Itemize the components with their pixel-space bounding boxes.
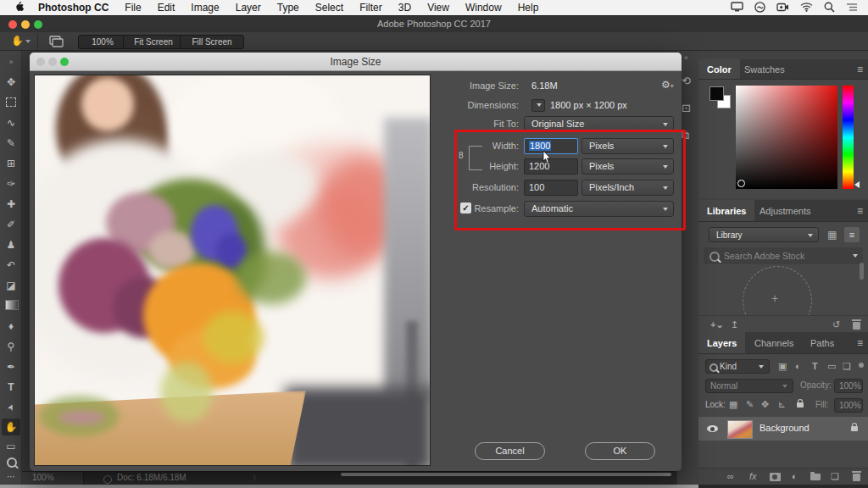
cancel-button[interactable]: Cancel	[475, 442, 545, 460]
resolution-input[interactable]: 100	[524, 180, 578, 196]
new-layer-icon[interactable]: ❏	[831, 470, 839, 482]
creative-cloud-icon[interactable]	[754, 2, 765, 15]
menu-item-edit[interactable]: Edit	[158, 2, 175, 14]
menu-item-photoshop-cc[interactable]: Photoshop CC	[38, 2, 108, 14]
filter-shape-layers-icon[interactable]: ▭	[827, 360, 836, 372]
collapse-tools-icon[interactable]: »	[0, 54, 22, 69]
brush-tool-icon[interactable]: ✐	[0, 217, 22, 232]
menu-item-type[interactable]: Type	[277, 2, 299, 14]
dimensions-chevron-button[interactable]	[531, 99, 545, 112]
filter-adjustment-layers-icon[interactable]: ◐	[795, 360, 801, 372]
delete-library-item-icon[interactable]	[853, 322, 860, 330]
type-tool-icon[interactable]: T	[0, 380, 22, 395]
new-group-icon[interactable]	[810, 474, 821, 480]
history-panel-icon[interactable]: ⟲	[682, 75, 691, 87]
lock-paint-icon[interactable]: ✎	[746, 398, 754, 410]
layer-thumbnail[interactable]	[727, 420, 753, 439]
horizontal-scrollbar[interactable]	[341, 473, 671, 476]
notification-center-icon[interactable]	[846, 3, 858, 14]
tab-adjustments[interactable]: Adjustments	[751, 200, 820, 221]
cloud-sync-icon[interactable]: ↺	[832, 319, 840, 330]
camera-icon[interactable]	[776, 3, 789, 14]
library-dropdown[interactable]: Library	[709, 227, 819, 242]
fill-value[interactable]: 100%	[834, 398, 863, 413]
eyedropper-tool-icon[interactable]: ✑	[0, 176, 22, 191]
tab-paths[interactable]: Paths	[802, 332, 843, 353]
color-field[interactable]	[736, 86, 837, 189]
search-scope-chevron-icon[interactable]	[853, 254, 858, 258]
opacity-value[interactable]: 100%	[834, 379, 863, 393]
layer-name[interactable]: Background	[760, 423, 810, 433]
upload-library-icon[interactable]: ↥	[731, 319, 738, 330]
menu-item-3d[interactable]: 3D	[398, 2, 411, 14]
lock-transparency-icon[interactable]: ▦	[729, 398, 737, 410]
hand-tool-icon[interactable]: ✋	[0, 419, 22, 435]
menu-item-image[interactable]: Image	[191, 2, 219, 14]
tab-swatches[interactable]: Swatches	[736, 59, 793, 79]
tab-color[interactable]: Color	[698, 59, 740, 79]
gear-icon[interactable]: ⚙▾	[661, 79, 674, 91]
zoom-tool-icon[interactable]	[7, 458, 17, 468]
expand-panels-icon[interactable]: «	[684, 53, 688, 62]
properties-panel-icon[interactable]: ⊡	[682, 102, 691, 114]
lasso-tool-icon[interactable]: ∿	[0, 115, 22, 130]
menu-item-filter[interactable]: Filter	[359, 2, 382, 14]
hue-slider[interactable]	[843, 86, 854, 189]
resample-dropdown[interactable]: Automatic	[524, 201, 674, 217]
crop-tool-icon[interactable]: ⊞	[0, 156, 22, 171]
dodge-tool-icon[interactable]: ⚲	[0, 339, 22, 354]
lock-artboard-icon[interactable]: ⊾	[778, 398, 786, 410]
menu-item-select[interactable]: Select	[315, 2, 343, 14]
delete-layer-icon[interactable]	[853, 474, 860, 481]
tab-layers[interactable]: Layers	[698, 332, 745, 353]
new-adjustment-layer-icon[interactable]: ◐	[792, 470, 798, 482]
filter-toggle-icon[interactable]	[859, 363, 864, 368]
link-layers-icon[interactable]: ∞	[727, 470, 734, 482]
menu-item-help[interactable]: Help	[518, 2, 539, 14]
list-view-icon[interactable]: ≡	[844, 227, 860, 242]
grid-view-icon[interactable]: ▦	[827, 229, 837, 241]
menu-item-file[interactable]: File	[125, 2, 141, 14]
filter-type-layers-icon[interactable]: T	[812, 360, 818, 372]
color-field-picker[interactable]	[737, 180, 745, 187]
new-library-item-icon[interactable]: +⌄	[710, 319, 724, 330]
layer-filter-kind-dropdown[interactable]: Kind	[705, 359, 770, 374]
marquee-tool-icon[interactable]	[6, 97, 16, 107]
layer-row-background[interactable]: Background	[698, 417, 868, 441]
filter-smart-object-icon[interactable]: ❏	[843, 360, 851, 372]
height-unit-dropdown[interactable]: Pixels	[581, 158, 674, 175]
tab-channels[interactable]: Channels	[746, 332, 802, 353]
eraser-tool-icon[interactable]: ◪	[0, 278, 22, 293]
path-selection-tool-icon[interactable]: ➤	[0, 394, 23, 420]
edit-toolbar-icon[interactable]: ⋯	[0, 469, 22, 485]
ok-button[interactable]: OK	[585, 442, 655, 460]
add-layer-mask-icon[interactable]	[770, 473, 781, 481]
zoom-100-button[interactable]: 100%	[78, 35, 127, 49]
menu-item-layer[interactable]: Layer	[236, 2, 261, 14]
wifi-icon[interactable]	[800, 3, 813, 14]
apple-menu-icon[interactable]	[15, 1, 25, 14]
healing-brush-tool-icon[interactable]: ✚	[0, 197, 22, 212]
panel-foreground-swatch[interactable]	[709, 86, 724, 101]
layers-panel-menu-icon[interactable]: ≡	[857, 337, 863, 349]
screen-mode-icon[interactable]	[49, 36, 64, 51]
library-search-field[interactable]: Search Adobe Stock	[704, 247, 863, 264]
fill-screen-button[interactable]: Fill Screen	[180, 35, 244, 49]
lock-position-icon[interactable]: ✥	[761, 398, 769, 410]
clone-stamp-tool-icon[interactable]: ♟	[0, 237, 22, 252]
menu-item-window[interactable]: Window	[465, 2, 502, 14]
move-tool-icon[interactable]: ✥	[0, 75, 22, 90]
spotlight-search-icon[interactable]	[824, 2, 835, 15]
pen-tool-icon[interactable]: ✒	[0, 359, 22, 374]
menu-item-view[interactable]: View	[427, 2, 449, 14]
hue-slider-arrow[interactable]	[854, 181, 860, 188]
blend-mode-dropdown[interactable]: Normal	[705, 379, 793, 393]
color-panel-menu-icon[interactable]: ≡	[857, 64, 863, 75]
tab-libraries[interactable]: Libraries	[698, 200, 754, 221]
status-chevron-icon[interactable]: 〉	[253, 473, 260, 484]
gradient-tool-icon[interactable]	[5, 300, 19, 310]
libraries-scrollbar[interactable]	[860, 263, 864, 280]
filter-image-layers-icon[interactable]: ▣	[778, 360, 787, 372]
lock-all-icon[interactable]	[797, 402, 804, 408]
layer-visibility-eye-icon[interactable]	[707, 425, 718, 432]
